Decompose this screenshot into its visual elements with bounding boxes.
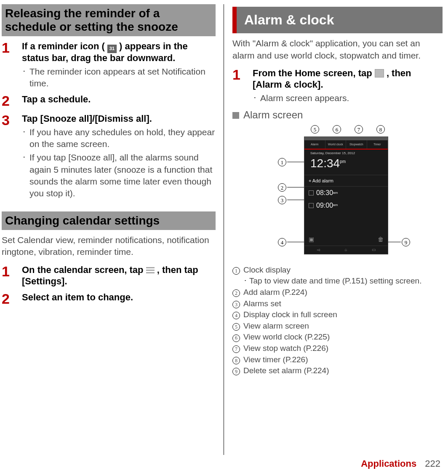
time-ampm: pm	[340, 159, 346, 164]
checkbox-icon	[309, 203, 314, 208]
phone-bottom-bar: ▣ 🗑	[304, 235, 388, 245]
legend-text: View world clock (P.225)	[243, 332, 330, 342]
bullet: ･ If you tap [Snooze all], all the alarm…	[22, 152, 216, 199]
step-number: 1	[232, 67, 253, 104]
bullet-dot: ･	[22, 66, 29, 90]
callout-6: 6	[333, 125, 341, 134]
legend-text: View stop watch (P.226)	[243, 343, 328, 354]
phone-status-bar	[304, 137, 388, 140]
alarm-time: 08:30	[316, 188, 333, 198]
bullet-text: If you have any schedules on hold, they …	[29, 126, 216, 150]
legend-text: Delete set alarm (P.224)	[243, 365, 329, 376]
legend-item-1: 1Clock display	[232, 265, 443, 275]
alarm-ampm: am	[333, 191, 338, 195]
step-1: 1 If a reminder icon ( 31 ) appears in t…	[2, 40, 216, 89]
sub-heading-row: Alarm screen	[232, 108, 443, 122]
callout-1: 1	[278, 158, 286, 167]
heading-releasing: Releasing the reminder of a schedule or …	[2, 4, 216, 36]
tab-worldclock: World clock	[325, 140, 347, 149]
recent-icon: ▭	[372, 247, 376, 253]
clock-date: Saturday, December 15, 2012	[310, 150, 388, 156]
step-2: 2 Tap a schedule.	[2, 94, 216, 109]
step-number: 3	[2, 113, 22, 200]
tab-alarm: Alarm	[304, 140, 325, 149]
legend-item-6: 6View world clock (P.225)	[232, 332, 443, 342]
phone-tabs: Alarm World clock Stopwatch Timer	[304, 140, 388, 150]
intro-text: With "Alarm & clock" application, you ca…	[232, 37, 443, 62]
phone-nav-bar: ◅ ⌂ ▭	[304, 246, 388, 254]
bullet-text: The reminder icon appears at set Notific…	[29, 66, 216, 90]
step-b1: 1 On the calendar screen, tap , then tap…	[2, 264, 216, 287]
legend-text: View alarm screen	[243, 321, 309, 332]
callout-9: 9	[402, 238, 410, 247]
callout-3: 3	[278, 195, 286, 205]
legend-text: Clock display	[243, 265, 291, 275]
apps-grid-icon	[375, 69, 384, 78]
legend-sub-1: ･Tap to view date and time (P.151) setti…	[243, 275, 443, 286]
text: From the Home screen, tap	[253, 68, 375, 78]
step-title: If a reminder icon ( 31 ) appears in the…	[22, 40, 216, 64]
bullet-text: If you tap [Snooze all], all the alarms …	[29, 152, 216, 199]
legend-item-3: 3Alarms set	[232, 298, 443, 309]
step-r1: 1 From the Home screen, tap , then [Alar…	[232, 67, 443, 104]
step-title: From the Home screen, tap , then [Alarm …	[253, 67, 443, 91]
alarm-ampm: am	[333, 203, 338, 208]
step-number: 2	[2, 291, 22, 307]
time-value: 12:34	[310, 157, 340, 170]
step-title: Tap a schedule.	[22, 94, 216, 105]
callout-8: 8	[376, 125, 385, 134]
clock-time: 12:34pm	[310, 155, 388, 171]
text: On the calendar screen, tap	[22, 265, 146, 275]
clock-display: Saturday, December 15, 2012 12:34pm	[304, 150, 388, 175]
sub-heading: Alarm screen	[243, 108, 303, 122]
alarm-screen-diagram: 5 6 7 8 1 2 3 4 9 Alarm Worl	[232, 125, 443, 264]
legend-item-2: 2Add alarm (P.224)	[232, 287, 443, 298]
back-icon: ◅	[317, 247, 320, 253]
legend-subtext: Tap to view date and time (P.151) settin…	[249, 275, 421, 286]
bullet-dot: ･	[22, 126, 29, 150]
legend-text: View timer (P.226)	[243, 354, 308, 365]
square-bullet-icon	[232, 112, 239, 119]
section-title-alarm: Alarm & clock	[232, 7, 443, 33]
callout-line	[287, 187, 306, 188]
step-number: 1	[2, 40, 22, 89]
bullet-text: Alarm screen appears.	[260, 92, 349, 104]
phone-screenshot: Alarm World clock Stopwatch Timer Saturd…	[304, 136, 388, 254]
alarm-row-2: 09:00am	[304, 199, 388, 212]
legend-text: Alarms set	[243, 298, 281, 309]
menu-icon	[146, 267, 155, 274]
alarm-row-1: 08:30am	[304, 187, 388, 199]
legend: 1Clock display ･Tap to view date and tim…	[232, 265, 443, 376]
text: If a reminder icon (	[22, 41, 105, 51]
home-icon: ⌂	[344, 247, 347, 253]
bullet-dot: ･	[253, 92, 260, 104]
step-3: 3 Tap [Snooze all]/[Dismiss all]. ･ If y…	[2, 113, 216, 200]
bullet: ･ The reminder icon appears at set Notif…	[22, 66, 216, 90]
calendar-icon: 31	[107, 45, 117, 53]
step-number: 2	[2, 94, 22, 109]
checkbox-icon	[309, 190, 314, 195]
step-title: On the calendar screen, tap , then tap […	[22, 264, 216, 287]
bullet: ･ Alarm screen appears.	[253, 92, 443, 104]
footer-section: Applications	[361, 458, 416, 469]
callout-2: 2	[278, 183, 286, 192]
footer-page-number: 222	[425, 458, 440, 469]
tab-stopwatch: Stopwatch	[346, 140, 367, 149]
step-b2: 2 Select an item to change.	[2, 291, 216, 307]
step-number: 1	[2, 264, 22, 287]
bullet-dot: ･	[22, 152, 29, 199]
alarm-time: 09:00	[316, 201, 333, 210]
callout-line	[287, 200, 306, 201]
legend-item-7: 7View stop watch (P.226)	[232, 343, 443, 354]
legend-item-4: 4Display clock in full screen	[232, 309, 443, 320]
callout-4: 4	[278, 238, 286, 247]
callout-7: 7	[355, 125, 363, 134]
step-title: Select an item to change.	[22, 291, 216, 303]
tab-timer: Timer	[367, 140, 388, 149]
legend-text: Display clock in full screen	[243, 309, 337, 320]
fullscreen-icon: ▣	[309, 235, 314, 243]
page-footer: Applications 222	[361, 457, 440, 470]
heading-changing: Changing calendar settings	[2, 211, 216, 230]
callout-line	[287, 162, 306, 163]
trash-icon: 🗑	[378, 235, 384, 243]
